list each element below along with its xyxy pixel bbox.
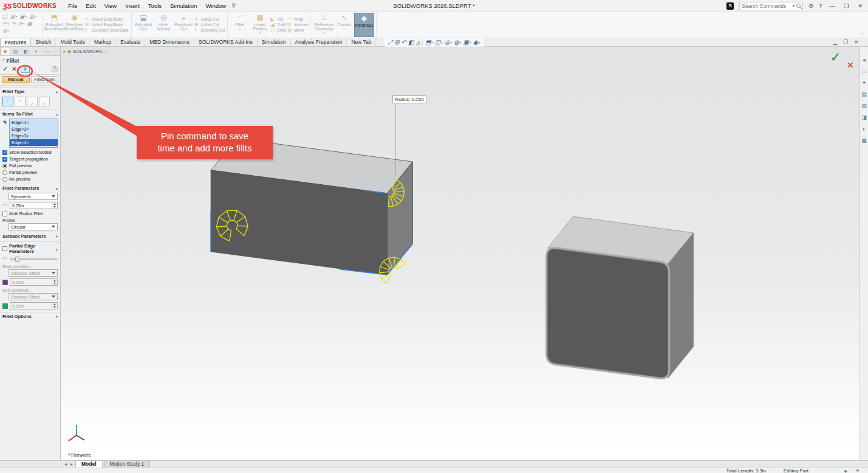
maximize-button[interactable]: ❐	[842, 3, 850, 9]
show-selection-toolbar-option[interactable]: Show selection toolbar	[0, 149, 60, 156]
view-orientation-button[interactable]: ⬒▾	[422, 39, 433, 46]
start-offset-stepper[interactable]	[52, 279, 57, 285]
tab-features[interactable]: Features	[0, 38, 31, 46]
menu-edit[interactable]: Edit	[81, 2, 100, 9]
appearances-icon[interactable]: ◐	[863, 126, 866, 132]
menu-pin-icon[interactable]: ⚲	[231, 2, 236, 9]
tab-sketch[interactable]: Sketch	[31, 38, 56, 46]
options-button[interactable]: ⚙▾	[2, 28, 9, 34]
section-fillet-options[interactable]: Fillet Options ▾	[0, 312, 60, 320]
settings-gear-icon[interactable]: ⚙	[808, 3, 813, 9]
stepper-down-icon[interactable]	[53, 283, 56, 285]
instant3d-button[interactable]: ◆ Instant3D	[354, 13, 374, 37]
save-button[interactable]: ▣▾	[20, 13, 27, 19]
new-document-button[interactable]: ▢	[2, 13, 8, 19]
end-offset-stepper[interactable]	[52, 303, 57, 309]
tag-status-icon[interactable]: ⚑	[856, 468, 859, 473]
boundary-boss-base-button[interactable]: ⌇Boundary Boss/Base	[85, 28, 129, 33]
task-pane-expand-icon[interactable]: ◀	[863, 58, 866, 63]
tab-new-tab[interactable]: New Tab	[347, 38, 376, 46]
extruded-boss-base-button[interactable]: ⬒ Extruded Boss/Base	[44, 13, 64, 37]
linear-pattern-button[interactable]: ▦ Linear Pattern ▾	[250, 13, 270, 37]
no-preview-option[interactable]: No preview	[0, 176, 60, 182]
manual-tab[interactable]: Manual	[2, 76, 30, 83]
search-icon[interactable]	[796, 4, 801, 8]
tab-markup[interactable]: Markup	[90, 38, 116, 46]
undo-button[interactable]: ↶▾	[2, 21, 9, 27]
dropdown-arrow[interactable]: ▾	[259, 31, 261, 35]
wrap-button[interactable]: ◠Wrap	[287, 17, 309, 22]
menu-insert[interactable]: Insert	[121, 2, 144, 9]
stepper-up-icon[interactable]	[53, 280, 56, 281]
hole-wizard-button[interactable]: ◎ Hole Wizard	[154, 13, 174, 37]
stepper-down-icon[interactable]	[53, 206, 56, 208]
confirm-ok-button[interactable]: ✓	[830, 50, 841, 64]
previous-view-button[interactable]: ↶	[402, 39, 406, 46]
revolved-boss-base-button[interactable]: ◉ Revolved Boss/Base	[64, 13, 84, 37]
swept-boss-base-button[interactable]: ∿Swept Boss/Base	[85, 17, 129, 22]
start-condition-dropdown[interactable]: Distance Offset	[9, 269, 58, 277]
zoom-to-area-button[interactable]: ⊞	[394, 39, 399, 46]
partial-edge-slider[interactable]	[10, 258, 58, 260]
list-item[interactable]: Edge<3>	[10, 133, 58, 139]
zoom-to-fit-button[interactable]: ⤢	[388, 39, 392, 46]
end-condition-dropdown[interactable]: Distance Offset	[9, 293, 58, 300]
cancel-button[interactable]: ✕	[12, 66, 16, 72]
edit-appearance-button[interactable]: ◍▾	[454, 39, 461, 46]
file-explorer-icon[interactable]: ▥	[861, 103, 867, 109]
tangent-propagation-option[interactable]: Tangent propagation	[0, 156, 60, 162]
menu-view[interactable]: View	[100, 2, 121, 9]
search-input[interactable]	[742, 3, 790, 9]
tab-solidworks-add-ins[interactable]: SOLIDWORKS Add-Ins	[194, 38, 258, 46]
reference-geometry-button[interactable]: ⊥ Reference Geometry ▾	[314, 13, 334, 37]
motion-study-tab[interactable]: Motion Study 1	[104, 460, 151, 468]
display-status-icon[interactable]: ◆	[844, 468, 847, 473]
tab-scroll-right-icon[interactable]: ▸	[69, 461, 74, 468]
dropdown-arrow[interactable]: ▾	[323, 31, 325, 35]
intersect-button[interactable]: ⧉Intersect	[287, 22, 309, 27]
propertymanager-tab[interactable]: ◈	[0, 47, 10, 55]
3d-viewport-canvas[interactable]	[61, 47, 859, 460]
edge-selection-list[interactable]: Edge<1> Edge<2> Edge<3> Edge<4>	[9, 119, 58, 148]
radius-callout[interactable]: Radius: 0.25in	[392, 95, 426, 103]
dropdown-arrow[interactable]: ▾	[239, 27, 241, 31]
section-items-to-fillet[interactable]: Items To Fillet ▴	[0, 109, 60, 118]
command-search[interactable]: ▾	[739, 2, 803, 10]
menu-file[interactable]: File	[64, 2, 81, 9]
section-view-button[interactable]: ◧	[408, 39, 414, 46]
variable-size-fillet-button[interactable]: ◝	[15, 97, 26, 106]
box2-front-face[interactable]	[548, 249, 668, 378]
keep-visible-pin-button[interactable]: ⚲	[21, 66, 30, 73]
menu-simulation[interactable]: Simulation	[166, 2, 201, 9]
view-settings-button[interactable]: ◉▾	[473, 39, 480, 46]
stepper-up-icon[interactable]	[53, 303, 56, 305]
start-offset-input[interactable]: 0.00in	[10, 278, 58, 286]
radius-input[interactable]: 0.25in	[10, 202, 58, 209]
symmetry-dropdown[interactable]: Symmetric	[9, 193, 58, 200]
multi-radius-fillet-option[interactable]: Multi Radius Fillet	[0, 210, 60, 217]
filletxpert-tab[interactable]: FilletXpert	[31, 76, 59, 83]
apply-scene-button[interactable]: ▣▾	[463, 39, 471, 46]
swept-cut-button[interactable]: ∿Swept Cut	[194, 17, 225, 22]
end-offset-input[interactable]: 0.00in	[10, 302, 58, 309]
mirror-button[interactable]: ⧎Mirror	[287, 28, 309, 33]
constant-size-fillet-button[interactable]: ◜	[2, 97, 13, 106]
tab-mold-tools[interactable]: Mold Tools	[56, 38, 89, 46]
custom-properties-icon[interactable]: ▦	[861, 137, 867, 143]
draft-button[interactable]: ◢Draft	[270, 22, 285, 27]
stepper-up-icon[interactable]	[53, 203, 56, 205]
shell-button[interactable]: ▢Shell	[270, 28, 285, 33]
face-fillet-button[interactable]: ◞	[27, 97, 38, 106]
dimxpertmanager-tab[interactable]: ◧	[21, 47, 31, 55]
view-palette-icon[interactable]: ◨	[861, 114, 867, 120]
displaymanager-tab[interactable]: ◐	[31, 47, 41, 55]
close-button[interactable]: ✕	[856, 3, 864, 9]
revolved-cut-button[interactable]: ◒ Revolved Cut	[174, 13, 194, 37]
fillet-button[interactable]: ◜ Fillet ▾	[230, 13, 250, 37]
print-button[interactable]: ▥▾	[29, 13, 36, 19]
feature-tree-flyout[interactable]: ▸ ◆ SOLIDWORK...	[63, 49, 106, 54]
checkbox-icon[interactable]	[2, 246, 7, 251]
extruded-cut-button[interactable]: ⬓ Extruded Cut	[134, 13, 154, 37]
tab-scroll-left-icon[interactable]: ◂	[63, 461, 68, 468]
slider-knob[interactable]	[15, 257, 19, 262]
